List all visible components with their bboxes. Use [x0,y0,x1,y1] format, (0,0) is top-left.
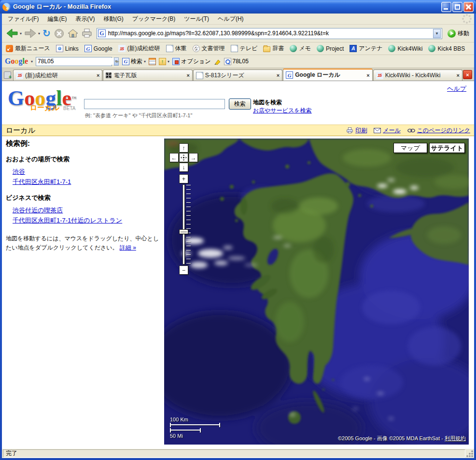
scale-km-bar [170,423,220,427]
print-link-group[interactable]: 印刷 [346,126,367,135]
maximize-button[interactable] [452,2,462,12]
new-tab-icon[interactable] [4,71,11,79]
toolbar-options-button[interactable]: オプション [172,57,210,66]
toolbar-news-button[interactable] [149,58,156,65]
map-copyright: ©2005 Google - 画像 ©2005 MDA EarthSat - 利… [338,435,466,442]
folder-icon [263,46,270,52]
page-link-group[interactable]: このページのリンク [407,126,470,135]
toolbar-search-button[interactable]: G 検索 ▾ [122,57,146,66]
toolbar-search-box[interactable]: ▼ [36,57,112,66]
tab-denshi-kawaraban[interactable]: 電子瓦版 × [103,70,192,81]
bookmark-antenna[interactable]: Aアンテナ [350,44,382,53]
pan-left-button[interactable]: ← [169,153,179,162]
back-button[interactable] [5,27,19,40]
menu-file[interactable]: ファイル(F) [4,14,42,24]
print-button[interactable] [81,28,93,39]
menu-edit[interactable]: 編集(E) [43,14,70,24]
home-button[interactable] [67,28,79,39]
toolbar-search-input[interactable] [36,58,114,65]
bookmark-latest-news[interactable]: 最新ニュース [6,44,50,53]
terms-link[interactable]: 利用規約 [445,435,466,441]
bookmark-kick4wiki[interactable]: Kick4Wiki [388,45,422,52]
bookmark-weight[interactable]: 体重 [166,44,187,53]
firefox-icon [2,3,11,11]
map-canvas[interactable]: ↑ ← → ↓ + − マップ サテライト 100 Km [164,139,469,445]
url-bar[interactable]: G ▼ [97,28,442,39]
recenter-button[interactable] [179,153,188,162]
list-item: 渋谷 [13,167,161,177]
satellite-view-button[interactable]: サテライト [429,143,465,153]
go-button[interactable]: 移動 [446,29,471,38]
bookmark-links[interactable]: Links [56,45,79,52]
close-tab-button[interactable]: × [463,70,472,79]
bookmark-google[interactable]: GGoogle [84,45,112,52]
tab-kick4wiki[interactable]: 15 Kick4Wiki - Kick4Wiki × [373,70,462,81]
menu-bar: ファイル(F) 編集(E) 表示(V) 移動(G) ブックマーク(B) ツール(… [2,14,474,25]
bookmark-kick4bbs[interactable]: Kick4 BBS [428,45,465,52]
toolbar-upfolder-button[interactable]: ↑▾ [159,58,169,65]
reload-button[interactable]: ↻ [42,28,52,39]
zoom-out-button[interactable]: − [179,265,188,275]
url-input[interactable] [107,29,433,37]
minimize-button[interactable] [441,2,451,12]
title-bar[interactable]: Google ローカル - Mozilla Firefox [0,0,476,14]
example-link-nagatacho[interactable]: 千代田区永田町1-7-1 [13,178,71,185]
bookmark-dictionary[interactable]: 辞書 [263,44,284,53]
tab-google-local[interactable]: G Google ローカル × [283,69,372,81]
example-link-cafe[interactable]: 渋谷付近の喫茶店 [13,207,63,214]
toolbar-highlight-button[interactable] [214,58,221,65]
firefox-doc-icon [56,45,63,52]
tab-close-icon[interactable]: × [277,72,280,78]
menu-help[interactable]: ヘルプ(H) [214,14,248,24]
toolbar-history-term[interactable]: 78L05 [224,58,249,65]
stop-button[interactable] [53,28,65,40]
map-search-input[interactable] [84,99,225,109]
example-link-shibuya[interactable]: 渋谷 [13,168,25,175]
sidebar-title: 検索例: [6,139,161,148]
forward-dropdown[interactable]: ▾ [38,31,40,36]
google-toolbar-logo[interactable]: Google [5,57,28,66]
url-history-dropdown[interactable]: ▼ [433,29,441,38]
pan-up-button[interactable]: ↑ [179,143,188,153]
pan-down-button[interactable]: ↓ [179,163,188,172]
resize-grip[interactable] [466,450,474,457]
toolbar-splitter[interactable]: ◂▸ [115,59,119,64]
google-logo-dropdown[interactable]: ▾ [31,59,33,64]
highlighter-icon [214,58,221,65]
page-link[interactable]: このページのリンク [417,126,470,135]
zoom-slider-thumb[interactable] [179,229,188,234]
list-item: 千代田区永田町1-7-1付近のレストラン [13,215,161,225]
bookmark-project[interactable]: Project [317,45,344,52]
bookmark-narimatsu[interactable]: 15(新)成松総研 [118,44,160,53]
bookmark-docs[interactable]: な文書管理 [193,44,225,53]
search-form: 検索 [84,98,251,110]
fifteen-icon: 15 [376,72,383,79]
map-view-button[interactable]: マップ [393,143,427,153]
details-link[interactable]: 詳細 » [120,244,136,251]
menu-view[interactable]: 表示(V) [71,14,98,24]
close-button[interactable] [463,2,474,12]
example-link-restaurant[interactable]: 千代田区永田町1-7-1付近のレストラン [13,217,122,224]
tab-narimatsu[interactable]: 15 (新)成松総研 × [13,70,102,81]
print-link[interactable]: 印刷 [355,126,367,135]
bookmark-memo[interactable]: メモ [290,44,311,53]
zoom-slider-track[interactable] [182,184,185,265]
shop-search-link[interactable]: お店やサービスを検索 [253,107,312,114]
pan-right-button[interactable]: → [189,153,198,162]
tab-close-icon[interactable]: × [186,72,189,78]
tab-close-icon[interactable]: × [457,72,460,78]
forward-button[interactable] [23,27,38,40]
mail-link[interactable]: メール [383,126,401,135]
menu-bookmarks[interactable]: ブックマーク(B) [128,14,179,24]
menu-go[interactable]: 移動(G) [99,14,127,24]
bookmark-tv[interactable]: テレビ [231,44,258,53]
search-button[interactable]: 検索 [229,98,251,110]
tab-close-icon[interactable]: × [366,72,369,78]
menu-tools[interactable]: ツール(T) [180,14,213,24]
help-link[interactable]: ヘルプ [447,84,466,93]
mail-link-group[interactable]: メール [374,126,401,135]
tab-s813-series[interactable]: S-813シリーズ × [193,70,282,81]
back-dropdown[interactable]: ▾ [20,31,22,36]
tab-close-icon[interactable]: × [97,72,99,78]
zoom-in-button[interactable]: + [179,174,188,183]
